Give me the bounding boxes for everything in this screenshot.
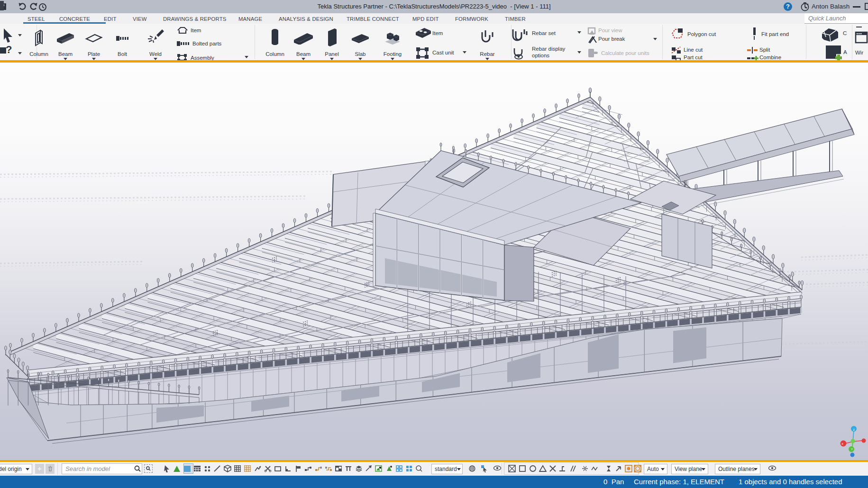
svg-text:Z: Z — [853, 428, 855, 431]
svg-text:X: X — [841, 443, 843, 445]
svg-text:Y: Y — [851, 448, 853, 451]
